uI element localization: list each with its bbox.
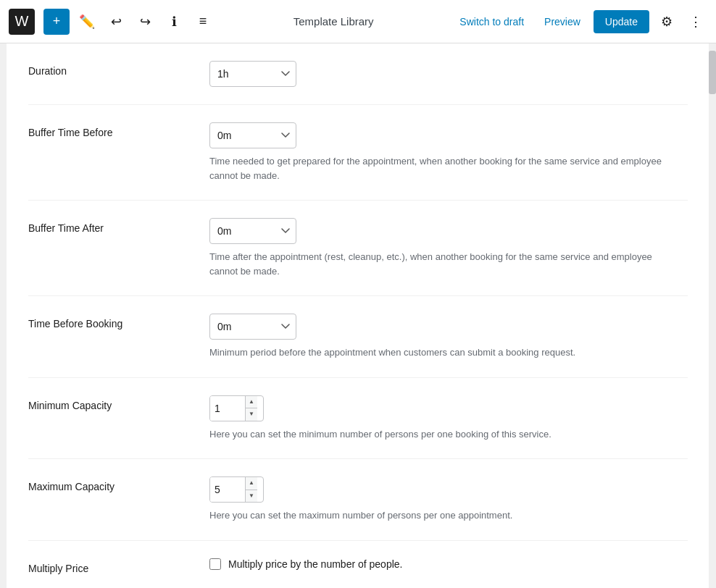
minimum-capacity-control: ▲ ▼ Here you can set the minimum number …: [209, 395, 688, 442]
minimum-capacity-hint: Here you can set the minimum number of p…: [209, 427, 673, 442]
buffer-time-before-control: 0m Time needed to get prepared for the a…: [209, 122, 688, 182]
list-view-button[interactable]: ≡: [191, 10, 215, 33]
multiply-price-control: Multiply price by the number of people.: [209, 558, 688, 570]
preview-button[interactable]: Preview: [537, 12, 588, 32]
duration-label: Duration: [28, 61, 209, 77]
topbar-right: Switch to draft Preview Update ⚙ ⋮: [452, 10, 707, 33]
multiply-price-checkbox-row: Multiply price by the number of people.: [209, 558, 688, 570]
time-before-booking-control: 0m Minimum period before the appointment…: [209, 314, 688, 360]
duration-select[interactable]: 1h: [209, 61, 296, 87]
more-options-button[interactable]: ⋮: [684, 10, 707, 33]
maximum-capacity-input[interactable]: [210, 477, 245, 502]
update-button[interactable]: Update: [594, 10, 649, 33]
scrollbar-thumb[interactable]: [709, 51, 716, 94]
buffer-time-before-hint: Time needed to get prepared for the appo…: [209, 154, 673, 182]
multiply-price-row: Multiply Price Multiply price by the num…: [28, 541, 688, 589]
time-before-booking-select[interactable]: 0m: [209, 314, 296, 340]
scrollbar-track[interactable]: [709, 43, 716, 588]
minimum-capacity-label: Minimum Capacity: [28, 395, 209, 411]
pencil-icon: ✏️: [79, 14, 95, 30]
redo-icon: ↪: [140, 14, 151, 30]
maximum-capacity-control: ▲ ▼ Here you can set the maximum number …: [209, 476, 688, 523]
buffer-time-before-label: Buffer Time Before: [28, 122, 209, 138]
time-before-booking-hint: Minimum period before the appointment wh…: [209, 345, 673, 360]
redo-button[interactable]: ↪: [133, 10, 157, 33]
buffer-time-after-hint: Time after the appointment (rest, cleanu…: [209, 250, 673, 278]
main-content: Duration 1h Buffer Time Before 0m Time n…: [7, 43, 709, 588]
buffer-time-after-control: 0m Time after the appointment (rest, cle…: [209, 218, 688, 278]
list-icon: ≡: [199, 14, 207, 29]
multiply-price-label: Multiply Price: [28, 558, 209, 574]
undo-icon: ↩: [111, 14, 122, 30]
buffer-time-before-select[interactable]: 0m: [209, 122, 296, 148]
duration-control: 1h: [209, 61, 688, 87]
add-new-button[interactable]: +: [43, 9, 70, 35]
multiply-price-checkbox[interactable]: [209, 558, 221, 570]
buffer-time-after-select[interactable]: 0m: [209, 218, 296, 244]
maximum-capacity-input-wrap: ▲ ▼: [209, 476, 264, 503]
maximum-capacity-label: Maximum Capacity: [28, 476, 209, 492]
plus-icon: +: [53, 14, 61, 29]
wp-logo-icon: W: [9, 9, 35, 35]
multiply-price-checkbox-label: Multiply price by the number of people.: [228, 558, 402, 570]
switch-to-draft-button[interactable]: Switch to draft: [452, 12, 531, 32]
maximum-capacity-row: Maximum Capacity ▲ ▼ Here you can set th…: [28, 459, 688, 541]
duration-row: Duration 1h: [28, 43, 688, 105]
buffer-time-before-row: Buffer Time Before 0m Time needed to get…: [28, 105, 688, 201]
info-icon: ℹ: [172, 14, 177, 30]
minimum-capacity-spinners: ▲ ▼: [245, 396, 257, 421]
undo-button[interactable]: ↩: [104, 10, 128, 33]
info-button[interactable]: ℹ: [162, 10, 186, 33]
minimum-capacity-input-wrap: ▲ ▼: [209, 395, 264, 421]
buffer-time-after-row: Buffer Time After 0m Time after the appo…: [28, 201, 688, 296]
time-before-booking-label: Time Before Booking: [28, 314, 209, 329]
minimum-capacity-input[interactable]: [210, 396, 245, 421]
minimum-capacity-row: Minimum Capacity ▲ ▼ Here you can set th…: [28, 378, 688, 460]
edit-button[interactable]: ✏️: [75, 10, 99, 33]
time-before-booking-row: Time Before Booking 0m Minimum period be…: [28, 296, 688, 378]
minimum-capacity-decrement[interactable]: ▼: [246, 408, 257, 421]
gear-icon: ⚙: [661, 14, 673, 30]
topbar: W + ✏️ ↩ ↪ ℹ ≡ Template Library Switch t…: [0, 0, 716, 43]
maximum-capacity-hint: Here you can set the maximum number of p…: [209, 508, 673, 523]
buffer-time-after-label: Buffer Time After: [28, 218, 209, 234]
form-section: Duration 1h Buffer Time Before 0m Time n…: [7, 43, 709, 588]
page-title: Template Library: [220, 15, 446, 28]
maximum-capacity-increment[interactable]: ▲: [246, 477, 257, 490]
settings-button[interactable]: ⚙: [655, 10, 678, 33]
maximum-capacity-spinners: ▲ ▼: [245, 477, 257, 502]
more-icon: ⋮: [689, 14, 702, 30]
minimum-capacity-increment[interactable]: ▲: [246, 396, 257, 409]
maximum-capacity-decrement[interactable]: ▼: [246, 490, 257, 503]
